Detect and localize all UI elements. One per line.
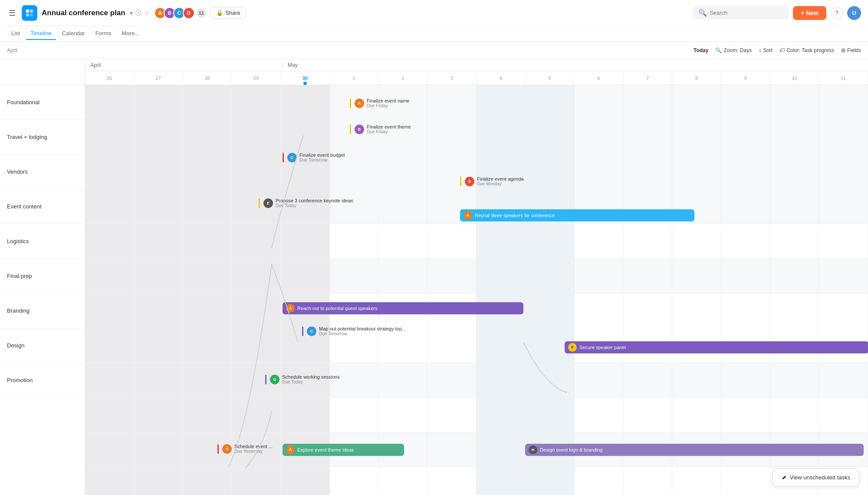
task-reach-out-speakers[interactable]: A Reach out to potential guest speakers: [283, 302, 523, 314]
row-branding-body: A Schedule event ... Due Yesterday A Exp…: [85, 432, 868, 467]
may-label: May: [283, 59, 868, 71]
row-promotion: Promotion: [0, 363, 85, 398]
avatar-4: D: [183, 7, 195, 19]
day-7: 7: [623, 71, 672, 85]
day-3: 3: [427, 71, 477, 85]
timeline-body: A Finalize event name Due Friday B Final…: [85, 85, 868, 495]
day-5: 5: [526, 71, 575, 85]
timeline-container: Foundational Travel + lodging Vendors Ev…: [0, 59, 868, 495]
toolbar-right: Today 🔍 Zoom: Days ↕ Sort 🏷 Color: Task …: [694, 47, 861, 53]
tab-timeline[interactable]: Timeline: [26, 27, 56, 40]
row-branding: Branding: [0, 294, 85, 328]
month-row: April May: [85, 59, 868, 71]
task-schedule-event[interactable]: A Schedule event ... Due Yesterday: [217, 444, 273, 454]
row-event-content-body: A Reach out to potential guest speakers …: [85, 294, 868, 363]
timeline-scroll: April May 26 27 28 29 30 1 2 3 4 5 6 7 8…: [85, 59, 868, 495]
row-logistics-body: G Schedule working sessions Due Today: [85, 363, 868, 398]
date-header: April May 26 27 28 29 30 1 2 3 4 5 6 7 8…: [85, 59, 868, 85]
row-labels: Foundational Travel + lodging Vendors Ev…: [0, 59, 85, 495]
project-members: A B C D 11: [154, 7, 206, 19]
task-explore-theme[interactable]: A Explore event theme ideas: [283, 444, 404, 456]
toolbar-left: April: [7, 47, 17, 53]
task-secure-panel[interactable]: F Secure speaker panel: [565, 341, 868, 353]
task-propose-keynote[interactable]: E Propose 3 conference keynote ideas Due…: [259, 198, 353, 208]
tab-more[interactable]: More...: [118, 27, 144, 40]
lock-icon: 🔒: [216, 10, 223, 16]
zoom-icon: 🔍: [715, 47, 722, 53]
header: ☰ Annual conference plan ▾ ⓘ ☆ A B C D 1…: [0, 0, 868, 26]
title-actions: ▾ ⓘ ☆: [130, 9, 150, 17]
day-1: 1: [330, 71, 379, 85]
tab-forms[interactable]: Forms: [91, 27, 116, 40]
svg-rect-1: [30, 10, 33, 13]
unscheduled-tasks-bar[interactable]: ⬈ View unscheduled tasks: [773, 469, 859, 486]
help-button[interactable]: ?: [831, 7, 843, 19]
row-logistics: Logistics: [0, 224, 85, 259]
row-final-prep-body: [85, 398, 868, 432]
header-left: ☰ Annual conference plan ▾ ⓘ ☆ A B C D 1…: [7, 5, 693, 21]
day-8: 8: [672, 71, 721, 85]
svg-rect-3: [30, 13, 33, 16]
row-label-header: [0, 59, 85, 85]
unschedule-icon: ⬈: [782, 474, 786, 481]
new-button[interactable]: + New: [793, 6, 826, 20]
month-label: April: [7, 47, 17, 53]
row-foundational-body: A Finalize event name Due Friday B Final…: [85, 85, 868, 224]
task-finalize-event-theme[interactable]: B Finalize event theme Due Friday: [350, 124, 411, 134]
task-finalize-event-budget[interactable]: C Finalize event budget Due Tomorrow: [283, 152, 345, 162]
day-2: 2: [379, 71, 428, 85]
row-foundational: Foundational: [0, 85, 85, 120]
row-design-body: [85, 467, 868, 495]
star-icon[interactable]: ☆: [144, 10, 150, 16]
zoom-button[interactable]: 🔍 Zoom: Days: [715, 47, 752, 53]
project-title: Annual conference plan: [42, 9, 125, 17]
color-button[interactable]: 🏷 Color: Task progress: [779, 47, 834, 53]
row-vendors-body: [85, 259, 868, 294]
sort-icon: ↕: [759, 47, 761, 53]
search-icon: 🔍: [698, 9, 707, 17]
color-icon: 🏷: [779, 47, 785, 53]
search-box[interactable]: 🔍: [693, 6, 789, 20]
share-button[interactable]: 🔒 Share: [210, 7, 246, 19]
task-finalize-event-name[interactable]: A Finalize event name Due Friday: [350, 98, 409, 108]
task-recruit-speakers[interactable]: A Recruit three speakers for conference: [460, 209, 694, 221]
row-design: Design: [0, 328, 85, 363]
day-30: 30: [281, 71, 330, 85]
search-input[interactable]: [710, 10, 783, 16]
task-schedule-sessions[interactable]: G Schedule working sessions Due Today: [265, 374, 340, 384]
day-10: 10: [770, 71, 819, 85]
row-travel: Travel + lodging: [0, 120, 85, 155]
day-row: 26 27 28 29 30 1 2 3 4 5 6 7 8 9 10 11: [85, 71, 868, 85]
day-27: 27: [134, 71, 183, 85]
day-26: 26: [85, 71, 134, 85]
day-4: 4: [477, 71, 526, 85]
task-finalize-event-agenda[interactable]: D Finalize event agenda Due Monday: [460, 176, 524, 186]
day-29: 29: [232, 71, 281, 85]
svg-rect-0: [26, 10, 29, 13]
timeline-toolbar: April Today 🔍 Zoom: Days ↕ Sort 🏷 Color:…: [0, 42, 868, 59]
member-count[interactable]: 11: [197, 8, 206, 18]
row-final-prep: Final prep: [0, 259, 85, 294]
day-9: 9: [721, 71, 770, 85]
day-11: 11: [819, 71, 868, 85]
today-button[interactable]: Today: [694, 47, 708, 53]
app-icon: [22, 5, 37, 21]
row-vendors: Vendors: [0, 155, 85, 189]
user-avatar[interactable]: U: [847, 6, 861, 20]
info-icon[interactable]: ⓘ: [135, 9, 141, 17]
header-right: 🔍 + New ? U: [693, 6, 861, 20]
menu-icon[interactable]: ☰: [7, 7, 17, 20]
fields-button[interactable]: ⊞ Fields: [841, 47, 861, 53]
tab-calendar[interactable]: Calendar: [58, 27, 89, 40]
day-28: 28: [183, 71, 232, 85]
row-travel-body: [85, 224, 868, 259]
task-map-breakout[interactable]: C Map out potential breakout strategy to…: [302, 326, 406, 336]
day-6: 6: [575, 71, 624, 85]
sort-button[interactable]: ↕ Sort: [759, 47, 773, 53]
tab-list[interactable]: List: [7, 27, 24, 40]
april-label: April: [85, 59, 283, 71]
svg-rect-2: [26, 13, 29, 16]
dropdown-icon[interactable]: ▾: [130, 10, 133, 16]
task-design-logo[interactable]: H Design event logo & branding: [525, 444, 864, 456]
fields-icon: ⊞: [841, 47, 845, 53]
